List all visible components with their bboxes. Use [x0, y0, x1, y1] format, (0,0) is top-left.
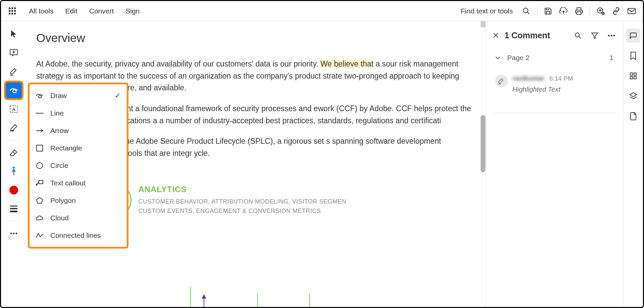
svg-point-55 [611, 35, 612, 36]
menu-label: Rectangle [50, 144, 82, 152]
left-toolbar: A [1, 21, 26, 307]
draw-freehand-icon [36, 92, 44, 100]
connected-lines-icon [36, 231, 44, 239]
draw-tool[interactable] [5, 82, 22, 99]
more-tools[interactable] [5, 225, 22, 242]
svg-point-24 [13, 233, 14, 234]
scrollbar-track [481, 21, 485, 27]
analytics-desc-line: CUSTOMER BEHAVIOR, ATTRIBUTION MODELING,… [138, 197, 472, 207]
analytics-desc-line: CUSTOM EVENTS, ENGAGEMENT & CONVERSION M… [138, 206, 472, 216]
svg-marker-62 [630, 93, 637, 97]
more-options-icon[interactable] [607, 31, 616, 40]
svg-rect-59 [634, 73, 636, 75]
pin-tool[interactable] [5, 163, 22, 180]
svg-point-29 [37, 163, 43, 169]
svg-point-9 [523, 8, 528, 13]
email-icon[interactable] [627, 6, 636, 16]
svg-point-54 [608, 35, 610, 36]
stroke-lines-icon [10, 206, 17, 212]
menu-item-text-callout[interactable]: Text callout [30, 174, 127, 192]
color-picker[interactable] [5, 181, 22, 199]
analytics-title: ANALYTICS [138, 185, 472, 194]
menu-label: Polygon [50, 196, 76, 205]
cloud-icon [36, 214, 44, 222]
menu-label: Draw [50, 92, 67, 100]
svg-rect-3 [9, 10, 10, 12]
add-comment-tool[interactable] [5, 44, 22, 61]
comments-title: 1 Comment [504, 31, 550, 40]
menu-item-connected-lines[interactable]: Connected lines [30, 227, 127, 244]
search-comments-icon[interactable] [573, 31, 583, 40]
select-tool[interactable] [5, 25, 22, 43]
comment-avatar-icon [495, 75, 508, 87]
comments-tab-icon[interactable] [626, 29, 640, 43]
menu-convert[interactable]: Convert [89, 7, 114, 15]
filter-icon[interactable] [590, 31, 599, 40]
text-callout-icon [36, 179, 44, 187]
menu-item-line[interactable]: Line [30, 104, 127, 122]
menu-label: Text callout [50, 179, 86, 187]
svg-rect-1 [11, 7, 13, 9]
svg-rect-61 [634, 77, 636, 79]
menu-edit[interactable]: Edit [65, 7, 77, 15]
top-menu-right: Find text or tools [461, 6, 636, 16]
svg-rect-58 [630, 73, 633, 75]
menu-sign[interactable]: Sign [125, 7, 140, 15]
stroke-width-tool[interactable] [5, 200, 22, 218]
comment-item[interactable]: ravikumar 6:14 PM Highlighted Text [492, 72, 616, 96]
scrollbar-thumb[interactable] [481, 115, 485, 172]
scrollbar[interactable] [481, 21, 485, 307]
divider [537, 6, 537, 16]
top-toolbar: All tools Edit Convert Sign Find text or… [1, 1, 643, 21]
thumbnails-tab-icon[interactable] [626, 69, 640, 83]
page-comment-count: 1 [609, 54, 613, 62]
menu-item-polygon[interactable]: Polygon [30, 192, 127, 209]
chevron-down-icon [495, 56, 500, 59]
svg-point-23 [10, 233, 12, 234]
print-icon[interactable] [574, 6, 584, 16]
save-icon[interactable] [543, 6, 553, 16]
svg-rect-15 [628, 8, 635, 14]
comment-meta: ravikumar 6:14 PM [513, 75, 613, 82]
svg-marker-53 [592, 33, 598, 38]
comments-tools [573, 31, 616, 40]
svg-rect-2 [14, 7, 16, 9]
arrow-icon [36, 127, 44, 135]
menu-item-circle[interactable]: Circle [30, 157, 127, 174]
ai-assist-icon[interactable] [596, 6, 605, 16]
apps-grid-icon[interactable] [8, 6, 17, 16]
svg-rect-0 [9, 7, 10, 9]
menu-item-cloud[interactable]: Cloud [30, 209, 127, 227]
svg-rect-6 [9, 13, 10, 14]
menu-item-arrow[interactable]: Arrow [30, 122, 127, 139]
page-group-header[interactable]: Page 2 1 [492, 50, 616, 65]
svg-point-25 [15, 233, 17, 234]
menu-all-tools[interactable]: All tools [29, 7, 54, 15]
text-box-tool[interactable]: A [5, 100, 22, 118]
layers-tab-icon[interactable] [626, 89, 640, 103]
menu-item-draw[interactable]: Draw ✓ [30, 87, 127, 104]
menu-label: Cloud [50, 214, 69, 222]
eraser-tool[interactable] [5, 144, 22, 161]
menu-item-rectangle[interactable]: Rectangle [30, 139, 127, 157]
bookmarks-tab-icon[interactable] [626, 49, 640, 63]
highlighted-text[interactable]: We believe that [320, 59, 373, 68]
search-icon[interactable] [522, 6, 531, 16]
comment-body: ravikumar 6:14 PM Highlighted Text [513, 75, 613, 93]
right-sidebar [623, 21, 643, 307]
svg-rect-60 [630, 77, 633, 79]
svg-line-22 [13, 151, 15, 154]
attachments-tab-icon[interactable] [626, 109, 640, 123]
flow-connectors [80, 287, 348, 307]
search-label[interactable]: Find text or tools [461, 7, 513, 15]
svg-rect-7 [11, 13, 13, 14]
comments-panel: ✕ 1 Comment Page 2 1 ravikumar 6:14 PM [485, 21, 623, 307]
cloud-upload-icon[interactable] [559, 6, 568, 16]
highlight-tool[interactable] [5, 63, 22, 80]
color-red-icon [9, 186, 18, 194]
signature-tool[interactable] [5, 119, 22, 137]
page-label: Page 2 [507, 54, 530, 62]
close-icon[interactable]: ✕ [492, 31, 499, 40]
link-icon[interactable] [611, 6, 621, 16]
circle-icon [36, 162, 44, 170]
